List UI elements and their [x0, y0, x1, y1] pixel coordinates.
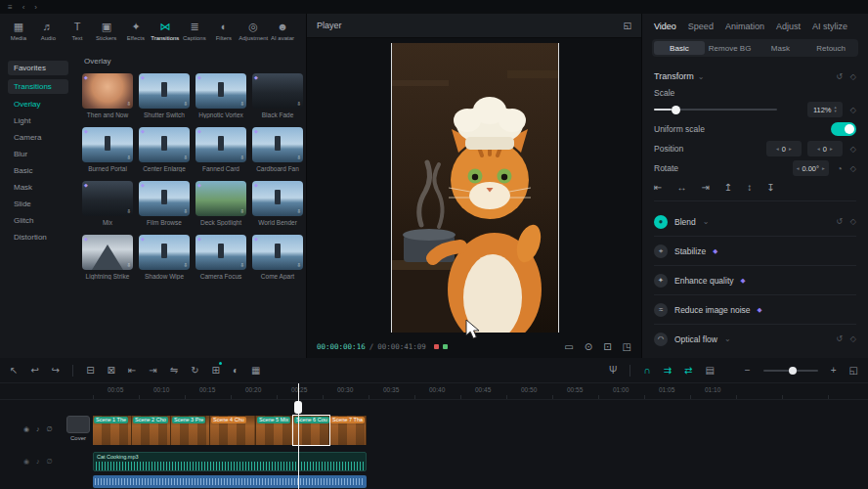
keyframe-icon[interactable]: ◇ — [850, 72, 856, 81]
tab-video[interactable]: Video — [654, 22, 676, 31]
sidebar-item-glitch[interactable]: Glitch — [8, 214, 68, 227]
reset-icon[interactable]: ↺ — [836, 334, 843, 343]
transition-item[interactable]: ◆ ⇩ Burned Portal — [82, 127, 133, 172]
sidebar-item-basic[interactable]: Basic — [8, 164, 68, 177]
lock-track-icon[interactable]: ∅ — [47, 458, 53, 466]
transition-item[interactable]: ◆ ⇩ Camera Focus — [195, 235, 246, 280]
transition-item[interactable]: ◆ ⇩ Shutter Switch — [139, 73, 190, 118]
snapshot-icon[interactable]: ⊙ — [585, 341, 592, 352]
panel-toggle-icon[interactable]: ◱ — [623, 21, 631, 30]
sidebar-item-mask[interactable]: Mask — [8, 181, 68, 194]
clip-scene-2[interactable]: Scene 2 Cho — [132, 416, 171, 445]
zoom-slider-handle[interactable] — [789, 367, 797, 375]
playhead-handle[interactable] — [294, 401, 302, 414]
audio-track-clip[interactable]: Cat Cooking.mp3 — [93, 452, 367, 471]
select-tool-icon[interactable]: ↖ — [10, 366, 18, 376]
align-center-vertical-icon[interactable]: ↕ — [747, 182, 752, 193]
split-icon[interactable]: ⊟ — [86, 366, 94, 376]
decrement-icon[interactable]: ◂ — [817, 146, 820, 152]
link-clips-icon[interactable]: ⇄ — [684, 366, 692, 376]
redo-icon[interactable]: ↪ — [52, 366, 60, 376]
transition-item[interactable]: ◆ ⇩ Black Fade — [252, 73, 303, 118]
freeze-frame-icon[interactable]: ▦ — [251, 366, 260, 376]
tab-ai-stylize[interactable]: AI stylize — [812, 22, 847, 31]
decrement-icon[interactable]: ◂ — [797, 165, 800, 171]
hide-track-icon[interactable]: ◉ — [23, 458, 29, 466]
fit-timeline-icon[interactable]: ◱ — [849, 366, 858, 376]
preview-quality-icon[interactable]: ⊡ — [603, 341, 611, 352]
reset-transform-icon[interactable]: ↺ — [836, 72, 843, 81]
transition-item[interactable]: ◆ ⇩ Cardboard Fan — [252, 127, 303, 172]
position-x-input[interactable]: ◂ 0 ▸ — [766, 141, 802, 156]
mirror-icon[interactable]: ⇋ — [170, 366, 178, 376]
reduce-noise-row[interactable]: ≈ Reduce image noise ◆ — [654, 295, 856, 325]
transition-item[interactable]: ◆ ⇩ Come Apart — [252, 235, 303, 280]
video-preview[interactable] — [391, 43, 559, 333]
track-options-icon[interactable]: ▤ — [705, 366, 714, 376]
align-bottom-icon[interactable]: ↧ — [766, 182, 774, 193]
transition-item[interactable]: ◆ ⇩ Center Enlarge — [139, 127, 190, 172]
toolbar-item-filters[interactable]: ◐ Filters — [209, 22, 239, 41]
transition-item[interactable]: ◆ ⇩ Shadow Wipe — [139, 235, 190, 280]
subtab-retouch[interactable]: Retouch — [805, 41, 856, 55]
lock-track-icon[interactable]: ∅ — [47, 425, 53, 433]
back-icon[interactable]: ‹ — [22, 3, 25, 12]
delete-icon[interactable]: ⊠ — [108, 366, 115, 376]
sidebar-item-favorites[interactable]: Favorites — [8, 61, 68, 75]
transition-item[interactable]: ◆ ⇩ Film Browse — [139, 181, 190, 226]
menu-icon[interactable]: ≡ — [8, 3, 13, 12]
transition-item[interactable]: ◆ ⇩ Fanned Card — [195, 127, 246, 172]
transition-item[interactable]: ◆ ⇩ Deck Spotlight — [195, 181, 246, 226]
forward-icon[interactable]: › — [34, 3, 37, 12]
subtab-mask[interactable]: Mask — [756, 41, 806, 55]
trim-right-icon[interactable]: ⇥ — [149, 366, 156, 376]
mask-tool-icon[interactable]: ◐ — [233, 366, 239, 376]
tab-adjust[interactable]: Adjust — [776, 22, 801, 31]
zoom-out-icon[interactable]: − — [745, 366, 751, 376]
sidebar-item-overlay[interactable]: Overlay — [8, 98, 68, 111]
magnet-snap-icon[interactable]: ∩ — [643, 366, 650, 376]
stepper-down-icon[interactable]: ▾ — [835, 110, 837, 114]
tab-speed[interactable]: Speed — [688, 22, 714, 31]
enhance-quality-row[interactable]: ✦ Enhance quality ◆ — [654, 266, 856, 295]
clip-scene-1[interactable]: Scene 1 The — [93, 416, 132, 445]
transition-item[interactable]: ◆ ⇩ Mix — [82, 181, 133, 226]
rotate-input[interactable]: ◂ 0.00° ▸ — [793, 160, 829, 176]
stabilize-row[interactable]: ⌖ Stabilize ◆ — [654, 237, 856, 266]
sidebar-item-distortion[interactable]: Distortion — [8, 231, 68, 244]
scale-value-input[interactable]: 112% ▴ ▾ — [807, 102, 843, 117]
align-center-horizontal-icon[interactable]: ↔ — [676, 182, 686, 193]
increment-icon[interactable]: ▸ — [789, 146, 792, 152]
sidebar-item-slide[interactable]: Slide — [8, 198, 68, 210]
transition-item[interactable]: ◆ ⇩ World Bender — [252, 181, 303, 226]
timeline-zoom-slider[interactable] — [763, 370, 818, 372]
clip-scene-7[interactable]: Scene 7 Tha — [329, 416, 367, 445]
clip-scene-4[interactable]: Scene 4 Chu — [210, 416, 256, 445]
transition-item[interactable]: ◆ ⇩ Then and Now — [82, 73, 133, 118]
auto-ripple-icon[interactable]: ⇉ — [664, 366, 672, 376]
toolbar-item-captions[interactable]: ≣ Captions — [180, 22, 209, 41]
reset-icon[interactable]: ↺ — [836, 217, 843, 226]
trim-left-icon[interactable]: ⇤ — [128, 366, 136, 376]
fullscreen-icon[interactable]: ◳ — [623, 341, 631, 352]
sidebar-item-blur[interactable]: Blur — [8, 148, 68, 160]
rotate-icon[interactable]: ↻ — [191, 366, 198, 376]
optical-flow-row[interactable]: ◠ Optical flow ⌄ ↺ ◇ — [654, 325, 856, 353]
transition-item[interactable]: ◆ ⇩ Hypnotic Vortex — [195, 73, 246, 118]
sidebar-item-transitions[interactable]: Transitions — [8, 79, 68, 94]
hide-track-icon[interactable]: ◉ — [23, 425, 29, 433]
mute-track-icon[interactable]: ♪ — [36, 425, 40, 433]
toolbar-item-adjustment[interactable]: ◎ Adjustment — [239, 22, 268, 41]
toolbar-item-effects[interactable]: ✦ Effects — [121, 22, 151, 41]
scale-slider-handle[interactable] — [672, 106, 680, 114]
clip-scene-5[interactable]: Scene 5 Mix — [256, 416, 293, 445]
clip-scene-3[interactable]: Scene 3 Pre — [171, 416, 210, 445]
keyframe-icon[interactable]: ◇ — [850, 106, 856, 114]
undo-icon[interactable]: ↩ — [30, 366, 38, 376]
keyframe-icon[interactable]: ◇ — [850, 164, 856, 173]
toolbar-item-ai-avatar[interactable]: ☻ AI avatar — [268, 22, 297, 41]
transition-item[interactable]: ◆ ⇩ Lightning Strike — [82, 235, 133, 280]
transform-section-title[interactable]: Transform — [654, 71, 694, 81]
toolbar-item-audio[interactable]: ♬ Audio — [33, 22, 63, 41]
sidebar-item-camera[interactable]: Camera — [8, 131, 68, 144]
